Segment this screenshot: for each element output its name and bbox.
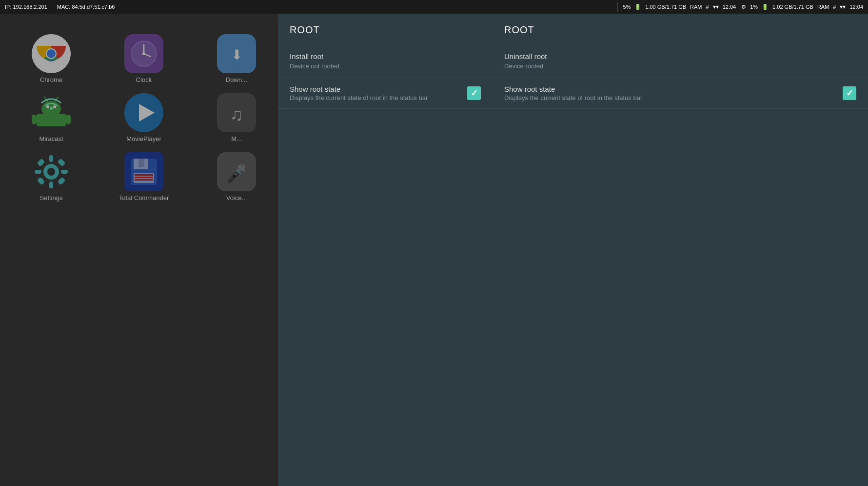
ip-address: IP: 192.168.2.201 — [5, 4, 47, 10]
show-root-state-right-label: Show root state — [504, 85, 843, 93]
show-root-state-right-text: Show root state Displays the current sta… — [504, 85, 843, 101]
show-root-state-left-checkbox[interactable] — [467, 86, 481, 100]
svg-point-3 — [47, 49, 56, 58]
svg-rect-30 — [37, 159, 45, 167]
time-right: 12:04 — [849, 4, 863, 10]
wifi-icon-right: ▾▾ — [840, 3, 846, 10]
status-bar-left: IP: 192.168.2.201 MAC: 84:5d:d7:51:c7:b6 — [0, 4, 617, 10]
show-root-state-right[interactable]: Show root state Displays the current sta… — [493, 78, 868, 109]
status-bar-right: ⚙ 1% 🔋 1.02 GB/1.71 GB RAM # ▾▾ 12:04 — [741, 3, 868, 10]
app-movieplayer[interactable]: MoviePlayer — [98, 93, 190, 142]
install-root-subtitle: Device not rooted. — [290, 62, 481, 70]
svg-point-25 — [47, 168, 55, 176]
app-settings[interactable]: Settings — [5, 152, 98, 202]
time-mid: 12:04 — [723, 4, 736, 10]
app-totalcommander[interactable]: Total Commander — [98, 152, 190, 202]
svg-rect-28 — [35, 170, 41, 174]
miracast-icon — [32, 93, 71, 132]
uninstall-root-label: Uninstall root — [504, 52, 856, 61]
clock-label: Clock — [136, 76, 152, 83]
svg-point-8 — [142, 52, 145, 55]
svg-rect-26 — [49, 155, 53, 162]
app-clock[interactable]: Clock — [98, 34, 190, 83]
totalcommander-label: Total Commander — [119, 194, 169, 202]
panel-right-title: ROOT — [504, 24, 534, 35]
svg-rect-29 — [61, 170, 68, 174]
chrome-label: Chrome — [40, 76, 62, 83]
svg-point-13 — [46, 105, 49, 108]
settings-label: Settings — [40, 194, 63, 202]
svg-rect-17 — [32, 115, 37, 124]
svg-point-19 — [50, 107, 53, 110]
cpu-right: 1% — [750, 4, 758, 10]
svg-rect-27 — [49, 182, 53, 188]
svg-rect-33 — [58, 177, 66, 185]
battery-icon-right: 🔋 — [762, 4, 769, 10]
uninstall-root-item[interactable]: Uninstall root Device rooted — [493, 44, 868, 78]
app-grid: Chrome Clock ⬇ Down... — [0, 24, 278, 211]
show-root-state-left-text: Show root state Displays the current sta… — [290, 85, 467, 101]
totalcommander-icon — [124, 152, 163, 191]
status-bar-mid: 5% 🔋 1.00 GB/1.71 GB RAM # ▾▾ 12:04 — [618, 3, 741, 10]
svg-rect-32 — [37, 177, 45, 185]
movieplayer-label: MoviePlayer — [126, 135, 161, 142]
app-music[interactable]: ♫ M... — [190, 93, 283, 142]
voice-icon: 🎤 — [217, 152, 256, 191]
svg-rect-41 — [135, 179, 153, 181]
show-root-state-left-subtitle: Displays the current state of root in th… — [290, 94, 467, 101]
ram-mid: 1.00 GB/1.71 GB — [645, 4, 686, 10]
panel-left-content: Install root Device not rooted. Show roo… — [278, 44, 493, 109]
status-bar: IP: 192.168.2.201 MAC: 84:5d:d7:51:c7:b6… — [0, 0, 868, 14]
movie-icon — [124, 93, 163, 132]
battery-icon-mid: 🔋 — [634, 4, 641, 10]
clock-icon — [124, 34, 163, 73]
svg-text:⬇: ⬇ — [231, 47, 242, 62]
settings-icon — [32, 152, 71, 191]
show-root-state-left[interactable]: Show root state Displays the current sta… — [278, 78, 493, 109]
svg-point-14 — [53, 105, 56, 108]
svg-text:🎤: 🎤 — [226, 163, 248, 184]
mac-address: MAC: 84:5d:d7:51:c7:b6 — [57, 4, 115, 10]
install-root-item[interactable]: Install root Device not rooted. — [278, 44, 493, 78]
download-label: Down... — [226, 76, 247, 83]
show-root-state-right-checkbox[interactable] — [843, 86, 856, 100]
app-download[interactable]: ⬇ Down... — [190, 34, 283, 83]
hash-right: # — [833, 4, 836, 10]
wifi-icon-mid: ▾▾ — [713, 3, 719, 10]
panel-left-header: ROOT — [278, 14, 493, 44]
panel-left-title: ROOT — [290, 24, 320, 35]
ram-label-mid: RAM — [690, 4, 702, 10]
music-icon: ♫ — [217, 93, 256, 132]
svg-rect-31 — [58, 159, 66, 167]
app-voice[interactable]: 🎤 Voice... — [190, 152, 283, 202]
panel-right: ROOT Uninstall root Device rooted Show r… — [493, 14, 868, 486]
app-miracast[interactable]: Miracast — [5, 93, 98, 142]
svg-rect-39 — [135, 174, 153, 176]
uninstall-root-subtitle: Device rooted — [504, 62, 856, 70]
panel-left: ROOT Install root Device not rooted. Sho… — [278, 14, 493, 486]
svg-rect-18 — [66, 115, 71, 124]
cpu-icon-right: ⚙ — [741, 4, 746, 10]
hash-mid: # — [706, 4, 709, 10]
battery-mid: 5% — [623, 4, 631, 10]
miracast-label: Miracast — [39, 135, 63, 142]
voice-label: Voice... — [226, 194, 247, 202]
show-root-state-left-label: Show root state — [290, 85, 467, 93]
svg-rect-37 — [138, 159, 144, 167]
ram-label-right: RAM — [817, 4, 829, 10]
install-root-label: Install root — [290, 52, 481, 61]
download-icon: ⬇ — [217, 34, 256, 73]
svg-text:♫: ♫ — [230, 104, 243, 124]
chrome-icon — [32, 34, 71, 73]
ram-right: 1.02 GB/1.71 GB — [772, 4, 813, 10]
svg-rect-40 — [135, 177, 153, 178]
music-label: M... — [231, 135, 242, 142]
panel-right-header: ROOT — [493, 14, 868, 44]
panel-right-content: Uninstall root Device rooted Show root s… — [493, 44, 868, 109]
app-chrome[interactable]: Chrome — [5, 34, 98, 83]
show-root-state-right-subtitle: Displays the current state of root in th… — [504, 94, 843, 101]
